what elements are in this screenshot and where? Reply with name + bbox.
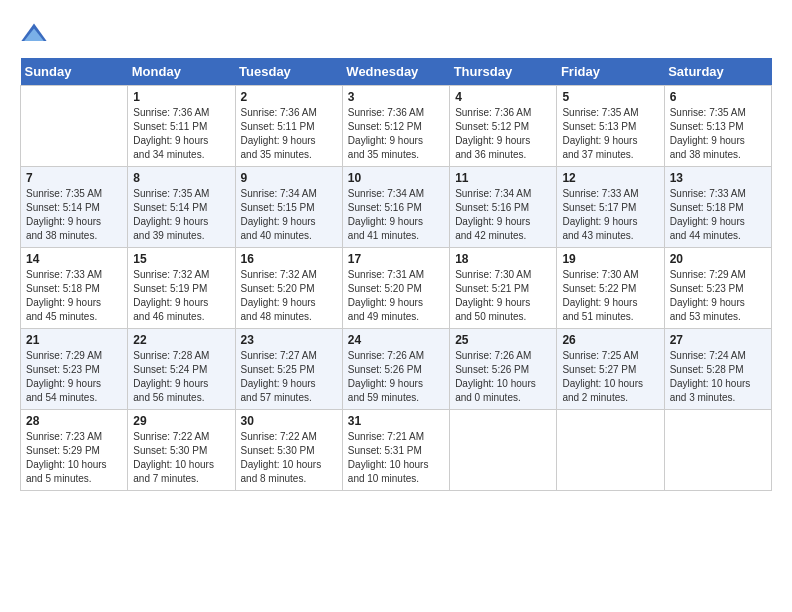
day-number: 24: [348, 333, 444, 347]
day-number: 10: [348, 171, 444, 185]
day-info: Sunrise: 7:24 AM Sunset: 5:28 PM Dayligh…: [670, 349, 766, 405]
day-number: 22: [133, 333, 229, 347]
day-info: Sunrise: 7:28 AM Sunset: 5:24 PM Dayligh…: [133, 349, 229, 405]
calendar-cell: 22Sunrise: 7:28 AM Sunset: 5:24 PM Dayli…: [128, 329, 235, 410]
day-number: 31: [348, 414, 444, 428]
calendar-cell: 3Sunrise: 7:36 AM Sunset: 5:12 PM Daylig…: [342, 86, 449, 167]
day-number: 19: [562, 252, 658, 266]
day-info: Sunrise: 7:26 AM Sunset: 5:26 PM Dayligh…: [348, 349, 444, 405]
calendar-cell: 31Sunrise: 7:21 AM Sunset: 5:31 PM Dayli…: [342, 410, 449, 491]
day-info: Sunrise: 7:35 AM Sunset: 5:14 PM Dayligh…: [26, 187, 122, 243]
day-info: Sunrise: 7:32 AM Sunset: 5:20 PM Dayligh…: [241, 268, 337, 324]
calendar-cell: 13Sunrise: 7:33 AM Sunset: 5:18 PM Dayli…: [664, 167, 771, 248]
day-info: Sunrise: 7:21 AM Sunset: 5:31 PM Dayligh…: [348, 430, 444, 486]
day-number: 8: [133, 171, 229, 185]
weekday-header-tuesday: Tuesday: [235, 58, 342, 86]
day-info: Sunrise: 7:27 AM Sunset: 5:25 PM Dayligh…: [241, 349, 337, 405]
calendar-cell: 21Sunrise: 7:29 AM Sunset: 5:23 PM Dayli…: [21, 329, 128, 410]
calendar-cell: 23Sunrise: 7:27 AM Sunset: 5:25 PM Dayli…: [235, 329, 342, 410]
day-info: Sunrise: 7:26 AM Sunset: 5:26 PM Dayligh…: [455, 349, 551, 405]
calendar-cell: 7Sunrise: 7:35 AM Sunset: 5:14 PM Daylig…: [21, 167, 128, 248]
calendar-cell: 29Sunrise: 7:22 AM Sunset: 5:30 PM Dayli…: [128, 410, 235, 491]
day-number: 23: [241, 333, 337, 347]
day-info: Sunrise: 7:35 AM Sunset: 5:13 PM Dayligh…: [562, 106, 658, 162]
day-number: 20: [670, 252, 766, 266]
day-number: 16: [241, 252, 337, 266]
calendar-cell: 28Sunrise: 7:23 AM Sunset: 5:29 PM Dayli…: [21, 410, 128, 491]
logo: [20, 20, 50, 48]
calendar-cell: [450, 410, 557, 491]
day-info: Sunrise: 7:32 AM Sunset: 5:19 PM Dayligh…: [133, 268, 229, 324]
calendar-week-row: 14Sunrise: 7:33 AM Sunset: 5:18 PM Dayli…: [21, 248, 772, 329]
day-number: 5: [562, 90, 658, 104]
calendar-cell: 30Sunrise: 7:22 AM Sunset: 5:30 PM Dayli…: [235, 410, 342, 491]
calendar-cell: [557, 410, 664, 491]
weekday-header-row: SundayMondayTuesdayWednesdayThursdayFrid…: [21, 58, 772, 86]
weekday-header-sunday: Sunday: [21, 58, 128, 86]
calendar-cell: 6Sunrise: 7:35 AM Sunset: 5:13 PM Daylig…: [664, 86, 771, 167]
day-number: 7: [26, 171, 122, 185]
day-number: 29: [133, 414, 229, 428]
calendar-cell: 5Sunrise: 7:35 AM Sunset: 5:13 PM Daylig…: [557, 86, 664, 167]
day-number: 18: [455, 252, 551, 266]
calendar-cell: 11Sunrise: 7:34 AM Sunset: 5:16 PM Dayli…: [450, 167, 557, 248]
calendar-cell: 16Sunrise: 7:32 AM Sunset: 5:20 PM Dayli…: [235, 248, 342, 329]
calendar-cell: 1Sunrise: 7:36 AM Sunset: 5:11 PM Daylig…: [128, 86, 235, 167]
weekday-header-thursday: Thursday: [450, 58, 557, 86]
calendar-cell: 26Sunrise: 7:25 AM Sunset: 5:27 PM Dayli…: [557, 329, 664, 410]
day-number: 28: [26, 414, 122, 428]
day-number: 11: [455, 171, 551, 185]
calendar-cell: 24Sunrise: 7:26 AM Sunset: 5:26 PM Dayli…: [342, 329, 449, 410]
day-info: Sunrise: 7:34 AM Sunset: 5:16 PM Dayligh…: [455, 187, 551, 243]
day-info: Sunrise: 7:33 AM Sunset: 5:18 PM Dayligh…: [670, 187, 766, 243]
day-info: Sunrise: 7:29 AM Sunset: 5:23 PM Dayligh…: [26, 349, 122, 405]
day-number: 4: [455, 90, 551, 104]
calendar-cell: [664, 410, 771, 491]
calendar-table: SundayMondayTuesdayWednesdayThursdayFrid…: [20, 58, 772, 491]
day-info: Sunrise: 7:35 AM Sunset: 5:13 PM Dayligh…: [670, 106, 766, 162]
day-info: Sunrise: 7:36 AM Sunset: 5:11 PM Dayligh…: [133, 106, 229, 162]
calendar-cell: 9Sunrise: 7:34 AM Sunset: 5:15 PM Daylig…: [235, 167, 342, 248]
day-info: Sunrise: 7:30 AM Sunset: 5:21 PM Dayligh…: [455, 268, 551, 324]
day-number: 14: [26, 252, 122, 266]
day-number: 17: [348, 252, 444, 266]
day-info: Sunrise: 7:23 AM Sunset: 5:29 PM Dayligh…: [26, 430, 122, 486]
calendar-week-row: 28Sunrise: 7:23 AM Sunset: 5:29 PM Dayli…: [21, 410, 772, 491]
day-info: Sunrise: 7:33 AM Sunset: 5:17 PM Dayligh…: [562, 187, 658, 243]
weekday-header-saturday: Saturday: [664, 58, 771, 86]
calendar-cell: 27Sunrise: 7:24 AM Sunset: 5:28 PM Dayli…: [664, 329, 771, 410]
day-number: 27: [670, 333, 766, 347]
day-info: Sunrise: 7:36 AM Sunset: 5:12 PM Dayligh…: [348, 106, 444, 162]
day-number: 12: [562, 171, 658, 185]
day-number: 25: [455, 333, 551, 347]
calendar-cell: 8Sunrise: 7:35 AM Sunset: 5:14 PM Daylig…: [128, 167, 235, 248]
day-number: 6: [670, 90, 766, 104]
day-info: Sunrise: 7:25 AM Sunset: 5:27 PM Dayligh…: [562, 349, 658, 405]
day-info: Sunrise: 7:22 AM Sunset: 5:30 PM Dayligh…: [133, 430, 229, 486]
calendar-cell: [21, 86, 128, 167]
calendar-week-row: 21Sunrise: 7:29 AM Sunset: 5:23 PM Dayli…: [21, 329, 772, 410]
weekday-header-monday: Monday: [128, 58, 235, 86]
calendar-cell: 10Sunrise: 7:34 AM Sunset: 5:16 PM Dayli…: [342, 167, 449, 248]
calendar-cell: 25Sunrise: 7:26 AM Sunset: 5:26 PM Dayli…: [450, 329, 557, 410]
weekday-header-wednesday: Wednesday: [342, 58, 449, 86]
day-info: Sunrise: 7:29 AM Sunset: 5:23 PM Dayligh…: [670, 268, 766, 324]
day-info: Sunrise: 7:34 AM Sunset: 5:15 PM Dayligh…: [241, 187, 337, 243]
calendar-cell: 15Sunrise: 7:32 AM Sunset: 5:19 PM Dayli…: [128, 248, 235, 329]
day-number: 21: [26, 333, 122, 347]
calendar-cell: 14Sunrise: 7:33 AM Sunset: 5:18 PM Dayli…: [21, 248, 128, 329]
logo-icon: [20, 20, 48, 48]
day-info: Sunrise: 7:22 AM Sunset: 5:30 PM Dayligh…: [241, 430, 337, 486]
day-number: 13: [670, 171, 766, 185]
day-number: 26: [562, 333, 658, 347]
calendar-cell: 18Sunrise: 7:30 AM Sunset: 5:21 PM Dayli…: [450, 248, 557, 329]
day-info: Sunrise: 7:33 AM Sunset: 5:18 PM Dayligh…: [26, 268, 122, 324]
day-info: Sunrise: 7:30 AM Sunset: 5:22 PM Dayligh…: [562, 268, 658, 324]
calendar-cell: 19Sunrise: 7:30 AM Sunset: 5:22 PM Dayli…: [557, 248, 664, 329]
day-info: Sunrise: 7:34 AM Sunset: 5:16 PM Dayligh…: [348, 187, 444, 243]
page-header: [20, 20, 772, 48]
day-number: 30: [241, 414, 337, 428]
day-info: Sunrise: 7:35 AM Sunset: 5:14 PM Dayligh…: [133, 187, 229, 243]
calendar-cell: 12Sunrise: 7:33 AM Sunset: 5:17 PM Dayli…: [557, 167, 664, 248]
calendar-cell: 20Sunrise: 7:29 AM Sunset: 5:23 PM Dayli…: [664, 248, 771, 329]
